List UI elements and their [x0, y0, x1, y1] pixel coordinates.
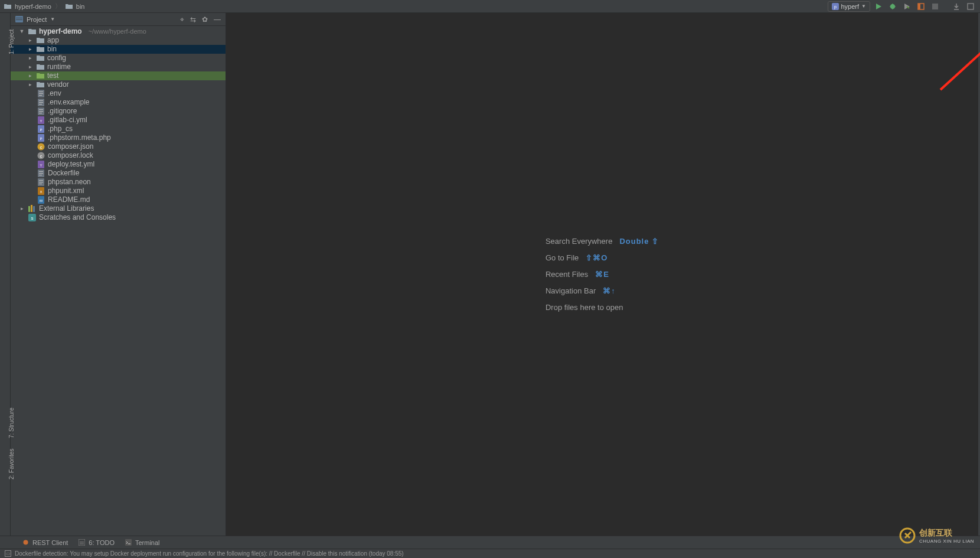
- file-icon: c: [37, 152, 45, 160]
- tree-folder-app[interactable]: ▸app: [11, 36, 226, 45]
- hide-icon[interactable]: —: [214, 15, 221, 24]
- breadcrumb-item[interactable]: bin: [65, 2, 85, 11]
- svg-text:p: p: [834, 5, 837, 9]
- shortcut-label: Navigation Bar: [545, 286, 596, 295]
- shortcut-keys: ⌘E: [595, 270, 609, 279]
- debug-button[interactable]: [887, 1, 899, 12]
- tree-file[interactable]: Ydeploy.test.yml: [11, 160, 226, 169]
- tree-file[interactable]: .env: [11, 89, 226, 98]
- gutter-tab-favorites[interactable]: 2: Favorites: [8, 449, 15, 479]
- annotation-red-arrow: [935, 19, 980, 96]
- tree-root-name: hyperf-demo: [39, 27, 82, 36]
- tree-file[interactable]: Xphpunit.xml: [11, 187, 226, 195]
- tree-item-label: .gitignore: [48, 107, 77, 116]
- tree-scratch[interactable]: sScratches and Consoles: [11, 213, 226, 222]
- svg-rect-8: [16, 18, 22, 18]
- watermark-icon: [899, 527, 916, 544]
- chevron-right-icon: ▸: [27, 71, 33, 80]
- svg-rect-47: [31, 205, 32, 212]
- chevron-right-icon: ▸: [19, 204, 25, 213]
- file-icon: c: [37, 143, 45, 151]
- tree-item-label: composer.lock: [48, 151, 93, 160]
- status-bar: ▭ Dockerfile detection: You may setup Do…: [0, 549, 980, 558]
- shortcut-keys: ⇧⌘O: [586, 253, 607, 262]
- shortcut-label: Search Everywhere: [545, 237, 612, 246]
- project-tree[interactable]: ▼ hyperf-demo ~/www/hyperf-demo ▸app▸bin…: [11, 26, 226, 227]
- breadcrumb-separator: 〉: [55, 2, 61, 11]
- svg-rect-46: [28, 206, 30, 212]
- coverage-button[interactable]: [901, 1, 913, 12]
- svg-rect-36: [39, 173, 43, 174]
- folder-icon: [28, 28, 36, 36]
- tree-file[interactable]: MREADME.md: [11, 195, 226, 204]
- svg-point-2: [890, 4, 895, 9]
- file-icon: [37, 107, 45, 116]
- folder-icon: [36, 37, 44, 45]
- breadcrumb-root[interactable]: hyperf-demo: [4, 2, 51, 11]
- tree-file[interactable]: .env.example: [11, 98, 226, 107]
- tree-lib[interactable]: ▸External Libraries: [11, 204, 226, 213]
- chevron-down-icon: ▼: [861, 4, 866, 9]
- run-config-selector[interactable]: p hyperf ▼: [828, 1, 871, 12]
- tree-root[interactable]: ▼ hyperf-demo ~/www/hyperf-demo: [11, 27, 226, 36]
- tree-file[interactable]: ccomposer.lock: [11, 151, 226, 160]
- tree-folder-runtime[interactable]: ▸runtime: [11, 63, 226, 71]
- tree-folder-vendor[interactable]: ▸vendor: [11, 80, 226, 89]
- profile-button[interactable]: [915, 1, 927, 12]
- tree-item-label: Scratches and Consoles: [39, 213, 116, 222]
- tree-file[interactable]: ccomposer.json: [11, 142, 226, 151]
- tree-file[interactable]: P.phpstorm.meta.php: [11, 133, 226, 142]
- file-icon: Y: [37, 116, 45, 125]
- shortcut-label: Recent Files: [545, 270, 588, 279]
- svg-rect-17: [39, 104, 42, 105]
- tree-folder-test[interactable]: ▸test: [11, 71, 226, 80]
- svg-rect-20: [39, 111, 43, 112]
- run-button[interactable]: [873, 1, 884, 12]
- search-everywhere-button[interactable]: [965, 1, 976, 12]
- svg-rect-19: [39, 109, 43, 110]
- tree-file[interactable]: P.php_cs: [11, 125, 226, 133]
- bottom-tab-terminal[interactable]: Terminal: [125, 539, 160, 546]
- bottom-tab-todo[interactable]: 6: TODO: [79, 539, 115, 546]
- bottom-tab-rest-client[interactable]: REST Client: [22, 539, 68, 546]
- svg-rect-7: [15, 16, 23, 22]
- svg-rect-16: [39, 102, 43, 103]
- stop-button[interactable]: [929, 1, 941, 12]
- file-icon: [37, 99, 45, 107]
- shortcut-row: Search EverywhereDouble ⇧: [545, 233, 659, 250]
- chevron-down-icon: ▼: [19, 27, 25, 36]
- status-message[interactable]: Dockerfile detection: You may setup Dock…: [15, 550, 404, 557]
- svg-rect-6: [968, 4, 974, 9]
- folder-icon: [36, 63, 44, 71]
- git-update-button[interactable]: [950, 1, 962, 12]
- shortcut-keys: Double ⇧: [619, 237, 659, 246]
- folder-icon: [4, 2, 12, 11]
- locate-icon[interactable]: ⌖: [180, 15, 184, 24]
- svg-rect-5: [932, 4, 938, 9]
- tree-file[interactable]: phpstan.neon: [11, 178, 226, 187]
- editor-empty-state[interactable]: Search EverywhereDouble ⇧Go to File⇧⌘ORe…: [226, 13, 978, 536]
- gear-icon[interactable]: ✿: [202, 15, 208, 24]
- project-panel-title[interactable]: Project: [27, 16, 47, 23]
- shortcut-row: Go to File⇧⌘O: [545, 250, 659, 266]
- tree-folder-config[interactable]: ▸config: [11, 54, 226, 63]
- watermark-text-en: CHUANG XIN HU LIAN: [919, 539, 974, 544]
- tree-item-label: External Libraries: [39, 204, 94, 213]
- svg-text:M: M: [40, 199, 43, 203]
- tree-file[interactable]: Dockerfile: [11, 169, 226, 178]
- tree-file[interactable]: .gitignore: [11, 107, 226, 116]
- tree-item-label: deploy.test.yml: [48, 160, 94, 169]
- svg-rect-35: [39, 171, 43, 172]
- svg-text:s: s: [31, 216, 33, 221]
- event-log-icon[interactable]: ▭: [5, 550, 11, 557]
- file-icon: [37, 169, 45, 178]
- expand-all-icon[interactable]: ⇆: [190, 15, 196, 24]
- chevron-right-icon: ▸: [27, 80, 33, 89]
- tree-file[interactable]: Y.gitlab-ci.yml: [11, 116, 226, 125]
- tree-item-label: .gitlab-ci.yml: [48, 116, 87, 125]
- gutter-tab-structure[interactable]: 7: Structure: [8, 407, 15, 438]
- scratches-icon: s: [28, 214, 36, 222]
- tree-item-label: bin: [47, 45, 57, 54]
- gutter-tab-project[interactable]: 1: Project: [8, 30, 15, 54]
- tree-folder-bin[interactable]: ▸bin: [11, 45, 226, 54]
